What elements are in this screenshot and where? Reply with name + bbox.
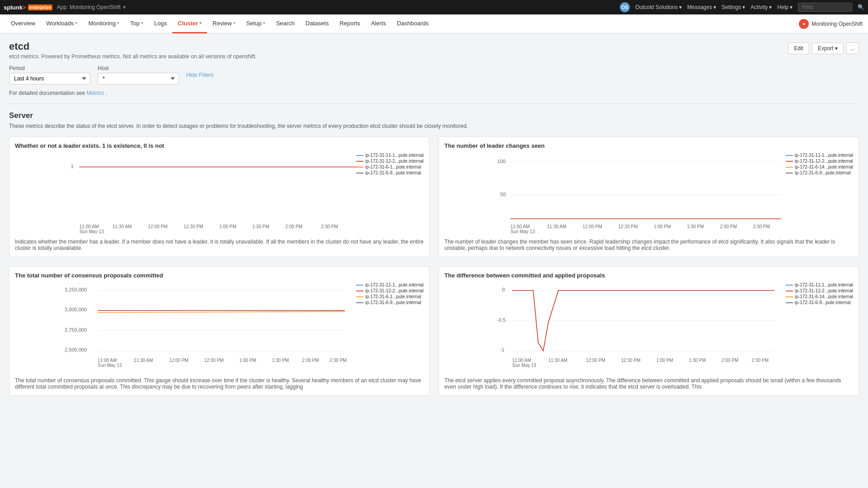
svg-text:-1: -1 bbox=[500, 347, 505, 352]
svg-text:11:00 AM: 11:00 AM bbox=[510, 224, 530, 229]
splunk-text: splunk> bbox=[4, 4, 26, 11]
svg-text:12:30 PM: 12:30 PM bbox=[204, 358, 224, 363]
splunk-logo[interactable]: splunk> enterprise bbox=[4, 4, 52, 11]
messages-menu[interactable]: Messages ▾ bbox=[687, 4, 716, 10]
nav-setup[interactable]: Setup ▾ bbox=[241, 14, 271, 33]
chart1-legend: ip-172-31-11-1...pute.internal ip-172-31… bbox=[356, 153, 424, 175]
svg-text:Sun May 13: Sun May 13 bbox=[98, 363, 122, 368]
svg-text:2:00 PM: 2:00 PM bbox=[302, 358, 319, 363]
nav-alerts[interactable]: Alerts bbox=[366, 14, 392, 33]
topbar: splunk> enterprise App: Monitoring OpenS… bbox=[0, 0, 868, 14]
page-actions: Edit Export ▾ ... bbox=[788, 42, 859, 54]
search-icon: 🔍 bbox=[858, 4, 864, 10]
svg-text:11:00 AM: 11:00 AM bbox=[80, 224, 99, 229]
chart3-legend-item-2: ip-172-31-12-2...pute.internal bbox=[356, 288, 424, 293]
nav-overview[interactable]: Overview bbox=[5, 14, 41, 33]
svg-text:11:30 AM: 11:30 AM bbox=[134, 358, 153, 363]
legend-line-2 bbox=[356, 161, 363, 162]
svg-text:1:00 PM: 1:00 PM bbox=[219, 224, 236, 229]
svg-text:1: 1 bbox=[71, 164, 74, 169]
svg-text:1:00 PM: 1:00 PM bbox=[656, 358, 673, 363]
svg-text:2,750,000: 2,750,000 bbox=[65, 327, 87, 333]
svg-text:12:30 PM: 12:30 PM bbox=[184, 224, 203, 229]
svg-text:3,000,000: 3,000,000 bbox=[65, 307, 87, 312]
legend-item-4: ip-172-31-6-9...pute.internal bbox=[356, 170, 424, 175]
user-menu[interactable]: Outcold Solutions ▾ bbox=[635, 4, 682, 10]
svg-text:2:30 PM: 2:30 PM bbox=[330, 358, 346, 363]
svg-text:Sun May 13: Sun May 13 bbox=[512, 363, 537, 368]
chart4-legend-item-2: ip-172-31-12-2...pute.internal bbox=[786, 288, 853, 293]
legend-item-2: ip-172-31-12-2...pute.internal bbox=[356, 159, 424, 164]
chart4-desc: The etcd server applies every committed … bbox=[444, 377, 853, 390]
svg-text:Sun May 13: Sun May 13 bbox=[80, 229, 104, 234]
metrics-link[interactable]: Metrics bbox=[86, 90, 104, 96]
review-caret: ▾ bbox=[233, 21, 236, 25]
nav-workloads[interactable]: Workloads ▾ bbox=[41, 14, 83, 33]
nav-top[interactable]: Top ▾ bbox=[125, 14, 149, 33]
chart3-area: 3,250,000 3,000,000 2,750,000 2,500,000 … bbox=[15, 282, 424, 373]
chart3-desc: The total number of consensus proposals … bbox=[15, 377, 424, 390]
nav-datasets[interactable]: Datasets bbox=[300, 14, 334, 33]
nav-cluster[interactable]: Cluster ▾ bbox=[172, 14, 207, 33]
edit-button[interactable]: Edit bbox=[788, 42, 809, 54]
activity-menu[interactable]: Activity ▾ bbox=[750, 4, 772, 10]
svg-text:-0.5: -0.5 bbox=[497, 317, 505, 323]
nav-logs[interactable]: Logs bbox=[149, 14, 172, 33]
messages-dropdown-icon: ▾ bbox=[713, 4, 716, 10]
help-dropdown-icon: ▾ bbox=[790, 4, 793, 10]
nav-dashboards[interactable]: Dashboards bbox=[392, 14, 434, 33]
chart2-desc: The number of leader changes the member … bbox=[444, 239, 853, 251]
chart3-legend-item-1: ip-172-31-11-1...pute.internal bbox=[356, 282, 424, 287]
find-input[interactable] bbox=[798, 3, 852, 12]
host-select[interactable]: * bbox=[98, 73, 179, 84]
period-filter: Period Last 4 hours bbox=[9, 65, 90, 84]
svg-text:1:30 PM: 1:30 PM bbox=[687, 224, 704, 229]
settings-menu[interactable]: Settings ▾ bbox=[722, 4, 745, 10]
nav-reports[interactable]: Reports bbox=[334, 14, 366, 33]
chart4-container: The difference between committed and app… bbox=[439, 266, 859, 396]
page-content: etcd etcd metrics. Powered by Prometheus… bbox=[0, 33, 868, 488]
svg-text:11:00 AM: 11:00 AM bbox=[512, 358, 531, 363]
svg-text:2,500,000: 2,500,000 bbox=[65, 347, 87, 352]
filters-row: Period Last 4 hours Host * Hide Filters bbox=[9, 65, 859, 84]
svg-text:2:30 PM: 2:30 PM bbox=[752, 358, 769, 363]
workloads-caret: ▾ bbox=[75, 21, 77, 25]
nav-monitoring[interactable]: Monitoring ▾ bbox=[83, 14, 125, 33]
more-button[interactable]: ... bbox=[846, 42, 859, 54]
legend-item-3: ip-172-31-6-1...pute.internal bbox=[356, 164, 424, 169]
user-avatar: OS bbox=[620, 2, 630, 12]
chart4-legend-item-1: ip-172-31-11-1...pute.internal bbox=[786, 282, 853, 287]
svg-text:12:00 PM: 12:00 PM bbox=[583, 224, 602, 229]
page-title: etcd bbox=[9, 41, 257, 52]
chart2-area: 100 50 11:00 AM Sun May 13 11:30 AM 12:0… bbox=[444, 153, 853, 234]
settings-dropdown-icon: ▾ bbox=[742, 4, 745, 10]
period-select[interactable]: Last 4 hours bbox=[9, 73, 90, 84]
chart2-legend-item-1: ip-172-31-11-1...pute.internal bbox=[786, 153, 853, 158]
monitoring-caret: ▾ bbox=[117, 21, 119, 25]
cluster-caret: ▾ bbox=[199, 21, 202, 25]
svg-text:11:30 AM: 11:30 AM bbox=[548, 358, 567, 363]
app-name[interactable]: App: Monitoring OpenShift ▾ bbox=[57, 4, 126, 10]
svg-text:1:30 PM: 1:30 PM bbox=[689, 358, 706, 363]
monitoring-icon: ● bbox=[799, 19, 809, 29]
svg-text:12:30 PM: 12:30 PM bbox=[621, 358, 641, 363]
help-menu[interactable]: Help ▾ bbox=[777, 4, 793, 10]
chart3-container: The total number of consensus proposals … bbox=[9, 266, 429, 396]
page-subtitle: etcd metrics. Powered by Prometheus metr… bbox=[9, 53, 257, 60]
chart4-legend-item-4: ip-172-31-6-9...pute.internal bbox=[786, 300, 853, 305]
charts-row-1: Whether or not a leader exists. 1 is exi… bbox=[9, 136, 859, 257]
chart3-legend-item-4: ip-172-31-6-9...pute.internal bbox=[356, 300, 424, 305]
legend-line-3 bbox=[356, 167, 363, 168]
chart3-legend-item-3: ip-172-31-6-1...pute.internal bbox=[356, 294, 424, 299]
export-button[interactable]: Export ▾ bbox=[812, 42, 844, 54]
period-label: Period bbox=[9, 65, 90, 71]
svg-text:2:00 PM: 2:00 PM bbox=[720, 224, 737, 229]
svg-text:1:00 PM: 1:00 PM bbox=[239, 358, 256, 363]
chart1-desc: Indicates whether the member has a leade… bbox=[15, 239, 424, 251]
nav-review[interactable]: Review ▾ bbox=[207, 14, 241, 33]
charts-row-2: The total number of consensus proposals … bbox=[9, 266, 859, 396]
hide-filters-link[interactable]: Hide Filters bbox=[186, 72, 214, 78]
svg-text:12:30 PM: 12:30 PM bbox=[618, 224, 638, 229]
chart4-legend: ip-172-31-11-1...pute.internal ip-172-31… bbox=[786, 282, 853, 305]
nav-search[interactable]: Search bbox=[271, 14, 300, 33]
